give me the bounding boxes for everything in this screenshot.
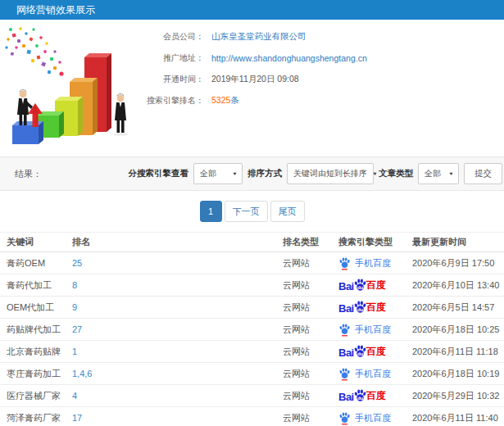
header-updated: 最新更新时间 <box>406 233 504 252</box>
sort-label: 排序方式 <box>247 168 282 179</box>
page-title: 网络营销效果展示 <box>16 3 95 17</box>
table-row: 膏药OEM 25 云网站 手机百度 2020年6月9日 17:50 <box>0 252 504 274</box>
rank-cell: 27 <box>66 319 276 341</box>
keyword-cell: 膏药OEM <box>0 252 66 274</box>
rank-type-cell: 云网站 <box>276 363 332 385</box>
sort-select[interactable]: 关键词由短到长排序 ▼ <box>287 163 374 184</box>
chevron-down-icon: ▼ <box>372 171 378 176</box>
keyword-cell: 菏泽膏药厂家 <box>0 407 66 426</box>
rank-link[interactable]: 1,4,6 <box>72 369 92 378</box>
rank-cell: 9 <box>66 297 276 319</box>
info-row-company: 会员公司： 山东皇圣堂药业有限公司 <box>143 26 367 48</box>
rank-link[interactable]: 17 <box>72 413 82 423</box>
keyword-cell: 枣庄膏药加工 <box>0 363 66 385</box>
updated-cell: 2020年5月29日 10:32 <box>406 385 504 407</box>
baidu-pc-logo: Baidu百度 <box>338 344 386 359</box>
baidu-cn-wordmark: 百度 <box>366 389 386 403</box>
rank-link[interactable]: 27 <box>72 324 82 334</box>
article-type-select[interactable]: 全部 ▼ <box>418 163 459 184</box>
rank-cell: 25 <box>66 252 276 274</box>
baidu-paw-icon: du <box>353 388 367 402</box>
updated-cell: 2020年6月9日 17:50 <box>406 252 504 274</box>
filter-bar: 结果： 分搜索引擎查看 全部 ▼ 排序方式 关键词由短到长排序 ▼ 文章类型 全… <box>0 156 504 191</box>
page-button-last[interactable]: 尾页 <box>270 201 305 222</box>
keyword-cell: 药贴牌代加工 <box>0 319 66 341</box>
rank-type-cell: 云网站 <box>276 341 332 363</box>
company-value-link[interactable]: 山东皇圣堂药业有限公司 <box>211 31 306 43</box>
businessman-left <box>17 89 33 125</box>
table-row: 药贴牌代加工 27 云网站 手机百度 2020年6月18日 10:25 <box>0 319 504 341</box>
rank-type-cell: 云网站 <box>276 252 332 274</box>
page-button-current[interactable]: 1 <box>200 201 222 222</box>
promo-url-label: 推广地址： <box>143 52 204 64</box>
rank-count-number: 5325 <box>211 95 230 105</box>
baidu-cn-wordmark: 百度 <box>366 345 386 359</box>
updated-cell: 2020年6月11日 11:18 <box>406 341 504 363</box>
rank-link[interactable]: 25 <box>72 258 82 268</box>
engine-cell: 手机百度 <box>332 407 406 426</box>
engine-cell: 手机百度 <box>332 319 406 341</box>
baidu-wordmark: Bai <box>338 280 354 292</box>
engine-cell: Baidu百度 <box>332 341 406 363</box>
svg-text:du: du <box>357 285 364 290</box>
rank-count-unit: 条 <box>230 95 239 105</box>
result-label: 结果： <box>15 168 42 180</box>
page-button-next[interactable]: 下一页 <box>225 201 268 222</box>
rank-count-label: 搜索引擎排名： <box>143 95 204 106</box>
table-row: 北京膏药贴牌 1 云网站 Baidu百度 2020年6月11日 11:18 <box>0 341 504 363</box>
engine-view-selected: 全部 <box>200 168 216 179</box>
svg-text:du: du <box>357 351 364 356</box>
engine-cell: 手机百度 <box>332 363 406 385</box>
keyword-cell: OEM代加工 <box>0 297 66 319</box>
article-type-label: 文章类型 <box>379 168 413 179</box>
rank-link[interactable]: 1 <box>72 347 77 356</box>
engine-view-select[interactable]: 全部 ▼ <box>193 163 243 184</box>
table-row: 枣庄膏药加工 1,4,6 云网站 手机百度 2020年6月18日 10:19 <box>0 363 504 385</box>
chevron-down-icon: ▼ <box>232 171 238 176</box>
businessman-right <box>113 93 128 136</box>
rank-link[interactable]: 8 <box>72 280 77 290</box>
engine-cell: Baidu百度 <box>332 297 406 319</box>
info-row-open-time: 开通时间： 2019年11月20日 09:08 <box>143 69 367 90</box>
article-type-selected: 全部 <box>425 168 441 179</box>
baidu-pc-logo: Baidu百度 <box>338 388 386 403</box>
rank-type-cell: 云网站 <box>276 385 332 407</box>
baidu-paw-icon <box>338 411 351 425</box>
mobile-baidu-logo: 手机百度 <box>338 323 391 337</box>
filter-controls: 分搜索引擎查看 全部 ▼ 排序方式 关键词由短到长排序 ▼ 文章类型 全部 ▼ … <box>129 163 503 184</box>
rank-count-value: 5325条 <box>211 95 239 106</box>
rank-cell: 1,4,6 <box>66 363 276 385</box>
promo-url-link[interactable]: http://www.shandonghuangshengtang.cn <box>211 53 367 63</box>
pagination: 1 下一页 尾页 <box>0 191 504 232</box>
engine-label: 手机百度 <box>355 324 391 336</box>
submit-button[interactable]: 提交 <box>464 163 502 184</box>
updated-cell: 2020年6月18日 10:19 <box>406 363 504 385</box>
company-info: 会员公司： 山东皇圣堂药业有限公司 推广地址： http://www.shand… <box>143 26 367 111</box>
header-engine-type: 搜索引擎类型 <box>332 233 406 252</box>
baidu-wordmark: Bai <box>338 391 354 403</box>
engine-cell: 手机百度 <box>332 252 406 274</box>
table-row: OEM代加工 9 云网站 Baidu百度 2020年6月5日 14:57 <box>0 297 504 319</box>
mobile-baidu-logo: 手机百度 <box>338 367 391 381</box>
updated-cell: 2020年6月11日 11:40 <box>406 407 504 426</box>
header-rank: 排名 <box>66 233 276 252</box>
rank-type-cell: 云网站 <box>276 319 332 341</box>
updated-cell: 2020年6月18日 10:25 <box>406 319 504 341</box>
mobile-baidu-logo: 手机百度 <box>338 411 391 425</box>
rank-cell: 1 <box>66 341 276 363</box>
baidu-cn-wordmark: 百度 <box>366 301 386 315</box>
rank-type-cell: 云网站 <box>276 297 332 319</box>
table-row: 菏泽膏药厂家 17 云网站 手机百度 2020年6月11日 11:40 <box>0 407 504 426</box>
bar-blue <box>12 121 43 144</box>
header-keyword: 关键词 <box>0 233 66 252</box>
baidu-paw-icon <box>338 367 351 381</box>
rank-link[interactable]: 4 <box>72 391 77 401</box>
sort-selected: 关键词由短到长排序 <box>293 168 367 179</box>
baidu-wordmark: Bai <box>338 347 354 359</box>
rank-link[interactable]: 9 <box>72 302 77 312</box>
baidu-paw-icon <box>338 323 351 337</box>
updated-cell: 2020年6月10日 13:40 <box>406 274 504 297</box>
engine-cell: Baidu百度 <box>332 274 406 297</box>
keyword-cell: 膏药代加工 <box>0 274 66 297</box>
baidu-paw-icon: du <box>353 300 367 314</box>
